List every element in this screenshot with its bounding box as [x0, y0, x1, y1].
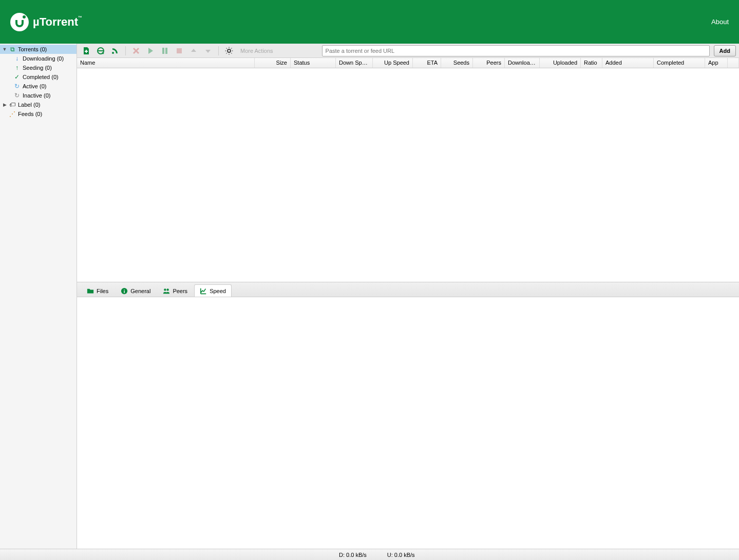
svg-point-9 — [167, 288, 169, 291]
move-up-button[interactable] — [187, 45, 200, 56]
peers-icon — [163, 287, 170, 295]
tab-speed[interactable]: Speed — [194, 284, 232, 297]
svg-rect-3 — [165, 48, 167, 54]
sidebar-item-label-group[interactable]: ▶ 🏷 Label (0) — [0, 100, 77, 109]
torrents-icon: ⧉ — [9, 46, 16, 53]
status-upload-speed: U: 0.0 kB/s — [387, 552, 415, 558]
column-up-speed[interactable]: Up Speed — [373, 58, 413, 68]
tab-label: General — [130, 288, 150, 294]
app-logo: µTorrent™ — [10, 13, 82, 31]
toolbar-divider — [125, 46, 126, 55]
chevron-down-icon — [204, 47, 212, 55]
play-icon — [146, 47, 155, 55]
svg-rect-4 — [177, 48, 182, 53]
expand-toggle-icon[interactable]: ▶ — [2, 102, 7, 107]
link-add-icon — [97, 47, 105, 55]
expand-toggle-icon[interactable]: ▼ — [2, 47, 7, 52]
sidebar-item-label: Inactive (0) — [23, 92, 50, 99]
column-spacer — [728, 58, 739, 68]
svg-point-5 — [228, 49, 231, 52]
column-completed[interactable]: Completed — [654, 58, 705, 68]
toolbar: More Actions Add — [77, 44, 739, 58]
svg-point-1 — [112, 52, 114, 54]
status-download-speed: D: 0.0 kB/s — [339, 552, 367, 558]
tab-label: Files — [97, 288, 108, 294]
sidebar-item-seeding[interactable]: ↑ Seeding (0) — [0, 63, 77, 72]
sidebar-item-label: Feeds (0) — [18, 111, 42, 117]
spacer — [2, 111, 7, 117]
rss-add-icon — [111, 47, 119, 55]
sidebar-item-inactive[interactable]: ↻ Inactive (0) — [0, 91, 77, 100]
column-name[interactable]: Name — [77, 58, 255, 68]
tab-label: Peers — [173, 288, 187, 294]
remove-icon — [132, 47, 140, 55]
utorrent-logo-icon — [10, 13, 29, 31]
sidebar-item-label: Torrents (0) — [18, 46, 47, 52]
column-app[interactable]: App — [705, 58, 728, 68]
sidebar-item-torrents[interactable]: ▼ ⧉ Torrents (0) — [0, 45, 77, 54]
tab-label: Speed — [210, 288, 226, 294]
info-icon: i — [121, 287, 128, 295]
tag-icon: 🏷 — [9, 101, 16, 108]
tab-general[interactable]: i General — [115, 284, 156, 297]
remove-button[interactable] — [130, 45, 142, 56]
column-downloaded[interactable]: Downloa… — [505, 58, 540, 68]
file-add-icon — [82, 47, 90, 55]
sidebar-item-active[interactable]: ↻ Active (0) — [0, 82, 77, 91]
pause-button[interactable] — [159, 45, 171, 56]
logo-text: µTorrent™ — [33, 15, 82, 29]
detail-panel — [77, 297, 739, 549]
torrent-list[interactable] — [77, 68, 739, 282]
add-rss-button[interactable] — [109, 45, 121, 56]
add-torrent-file-button[interactable] — [80, 45, 92, 56]
svg-text:i: i — [124, 288, 125, 294]
sidebar-item-feeds[interactable]: ⋰ Feeds (0) — [0, 109, 77, 119]
column-uploaded[interactable]: Uploaded — [540, 58, 581, 68]
column-peers[interactable]: Peers — [473, 58, 505, 68]
sidebar-item-label: Active (0) — [23, 83, 46, 89]
svg-point-8 — [164, 288, 166, 291]
settings-button[interactable] — [223, 45, 235, 56]
pause-icon — [161, 47, 169, 55]
rss-icon: ⋰ — [9, 110, 16, 118]
add-button[interactable]: Add — [714, 45, 736, 56]
about-link[interactable]: About — [711, 18, 729, 26]
column-eta[interactable]: ETA — [413, 58, 441, 68]
column-status[interactable]: Status — [291, 58, 336, 68]
sidebar-item-label: Completed (0) — [23, 74, 59, 80]
sidebar-item-downloading[interactable]: ↓ Downloading (0) — [0, 54, 77, 63]
more-actions-label[interactable]: More Actions — [240, 48, 273, 54]
sidebar-item-completed[interactable]: ✓ Completed (0) — [0, 72, 77, 82]
column-down-speed[interactable]: Down Sp… — [336, 58, 373, 68]
move-down-button[interactable] — [202, 45, 214, 56]
column-ratio[interactable]: Ratio — [581, 58, 602, 68]
gear-icon — [225, 47, 233, 55]
torrent-table-header: Name Size Status Down Sp… Up Speed ETA S… — [77, 58, 739, 68]
sidebar-item-label: Seeding (0) — [23, 65, 52, 71]
app-header: µTorrent™ About — [0, 0, 739, 44]
sidebar-item-label: Downloading (0) — [23, 55, 64, 62]
content-area: More Actions Add Name Size Status Down S… — [77, 44, 739, 549]
column-added[interactable]: Added — [602, 58, 654, 68]
sidebar: ▼ ⧉ Torrents (0) ↓ Downloading (0) ↑ See… — [0, 44, 77, 549]
column-seeds[interactable]: Seeds — [441, 58, 473, 68]
inactive-icon: ↻ — [13, 92, 21, 99]
download-arrow-icon: ↓ — [13, 55, 21, 62]
stop-button[interactable] — [173, 45, 185, 56]
chevron-up-icon — [190, 47, 198, 55]
detail-tabs: Files i General Peers Speed — [77, 282, 739, 297]
tab-files[interactable]: Files — [81, 284, 114, 297]
toolbar-divider — [218, 46, 219, 55]
svg-rect-2 — [162, 48, 164, 54]
sidebar-item-label: Label (0) — [18, 102, 40, 108]
column-size[interactable]: Size — [255, 58, 291, 68]
stop-icon — [175, 47, 183, 55]
status-bar: D: 0.0 kB/s U: 0.0 kB/s — [0, 549, 739, 560]
active-icon: ↻ — [13, 83, 21, 90]
tab-peers[interactable]: Peers — [157, 284, 193, 297]
add-torrent-url-button[interactable] — [94, 45, 107, 56]
torrent-url-input[interactable] — [322, 45, 710, 56]
start-button[interactable] — [144, 45, 157, 56]
check-icon: ✓ — [13, 73, 21, 81]
folder-icon — [87, 287, 94, 295]
